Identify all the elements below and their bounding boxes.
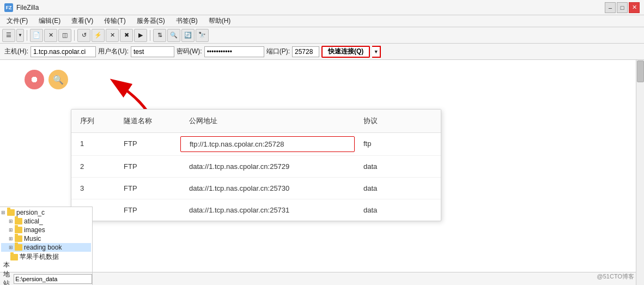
close-button[interactable]: ✕ (629, 2, 640, 13)
tree-item-music[interactable]: ⊞ Music (1, 234, 91, 243)
tree-item-atical[interactable]: ⊞ atical_ (1, 217, 91, 226)
tree-item-label: 苹果手机数据 (20, 252, 59, 262)
table-row: 3 FTP data://1.tcp.nas.cpolar.cn:25730 d… (71, 178, 441, 199)
col-seq: 序列 (71, 114, 115, 128)
menu-view[interactable]: 查看(V) (67, 15, 98, 27)
main-scrollbar[interactable] (636, 60, 644, 285)
row3-protocol: data (355, 181, 431, 196)
toolbar: ☰ ▼ 📄 ✕ ◫ ↺ ⚡ ✕ ✖ ▶ ⇅ 🔍 🔄 🔭 (0, 27, 644, 44)
row4-protocol: data (355, 203, 431, 217)
row2-seq: 2 (71, 159, 115, 174)
app-title: FileZilla (16, 4, 39, 11)
menu-server[interactable]: 服务器(S) (132, 15, 169, 27)
annotation-record-icon: ⏺ (25, 70, 44, 89)
tree-item-apple[interactable]: 苹果手机数据 (1, 252, 91, 262)
port-input[interactable] (292, 46, 319, 57)
menu-bookmark[interactable]: 书签(B) (172, 15, 202, 27)
col-address: 公网地址 (180, 114, 355, 128)
expand-icon[interactable]: ⊞ (9, 227, 13, 233)
tree-item-label: reading book (24, 244, 62, 251)
filter-button[interactable]: ⇅ (153, 29, 166, 42)
tree-item-label: Music (24, 235, 41, 242)
watermark: @51CTO博客 (597, 272, 634, 281)
local-site-input[interactable] (14, 274, 92, 284)
search-remote-button[interactable]: 🔍 (167, 29, 180, 42)
port-label: 端口(P): (266, 47, 290, 56)
menu-edit[interactable]: 编辑(E) (34, 15, 65, 27)
minimize-button[interactable]: – (605, 2, 616, 13)
disconnect-button[interactable]: ⚡ (92, 29, 105, 42)
local-site-label: 本地站点: (3, 260, 11, 286)
row3-seq: 3 (71, 181, 115, 196)
pass-input[interactable] (204, 46, 264, 57)
site-manager-button[interactable]: ☰ (2, 29, 15, 42)
toolbar-separator-1 (27, 30, 27, 41)
row2-protocol: data (355, 159, 431, 174)
folder-icon (10, 254, 18, 260)
host-label: 主机(H): (4, 47, 28, 56)
annotation-search-icon: 🔍 (48, 70, 68, 89)
folder-icon (15, 244, 22, 251)
cancel-queue-button[interactable]: ✖ (120, 29, 133, 42)
folder-icon (15, 227, 22, 233)
folder-icon (15, 235, 22, 242)
row1-seq: 1 (71, 136, 115, 152)
toggle-layout-button[interactable]: ◫ (58, 29, 71, 42)
compare-button[interactable]: 🔭 (196, 29, 209, 42)
new-tab-button[interactable]: 📄 (30, 29, 43, 42)
tree-item-reading-book[interactable]: ⊞ reading book (1, 243, 91, 252)
table-row: 1 FTP ftp://1.tcp.nas.cpolar.cn:25728 ft… (71, 133, 441, 156)
row4-address: data://1.tcp.nas.cpolar.cn:25731 (180, 203, 355, 217)
site-manager-dropdown[interactable]: ▼ (16, 29, 24, 42)
scrollbar-thumb[interactable] (637, 60, 644, 82)
tree-item-persion[interactable]: ⊞ persion_c (1, 208, 91, 217)
status-bar (93, 272, 636, 285)
local-site-bar: 本地站点: (0, 272, 93, 285)
expand-icon[interactable]: ⊞ (9, 245, 13, 250)
expand-icon[interactable]: ⊞ (9, 236, 13, 241)
app-icon: FZ (4, 3, 13, 12)
toolbar-separator-2 (74, 30, 75, 41)
folder-icon (15, 218, 22, 225)
user-input[interactable] (131, 46, 174, 57)
row1-protocol: ftp (355, 136, 431, 152)
annotation-icons: ⏺ 🔍 (25, 70, 68, 89)
table-row: 2 FTP data://1.tcp.nas.cpolar.cn:25729 d… (71, 156, 441, 178)
tree-item-label: images (24, 226, 45, 234)
row1-tunnel: FTP (115, 136, 180, 152)
col-protocol: 协议 (355, 114, 431, 128)
row4-tunnel: FTP (115, 203, 180, 217)
tree-item-label: persion_c (16, 209, 45, 216)
folder-icon (7, 209, 15, 216)
menu-help[interactable]: 帮助(H) (204, 15, 235, 27)
maximize-button[interactable]: □ (617, 2, 628, 13)
host-input[interactable] (31, 46, 96, 57)
expand-icon[interactable]: ⊞ (1, 210, 5, 215)
tree-item-label: atical_ (24, 217, 43, 225)
toolbar-separator-3 (150, 30, 150, 41)
expand-icon[interactable]: ⊞ (9, 219, 13, 224)
pass-label: 密码(W): (177, 47, 202, 56)
quick-connect-button[interactable]: 快速连接(Q) (321, 46, 370, 58)
col-tunnel: 隧道名称 (115, 114, 180, 128)
cancel-button[interactable]: ✕ (106, 29, 119, 42)
menu-transfer[interactable]: 传输(T) (100, 15, 130, 27)
quick-connect-dropdown[interactable]: ▼ (372, 46, 381, 58)
row1-address: ftp://1.tcp.nas.cpolar.cn:25728 (180, 136, 355, 152)
tree-item-images[interactable]: ⊞ images (1, 226, 91, 234)
user-label: 用户名(U): (98, 47, 129, 56)
sync-button[interactable]: 🔄 (181, 29, 195, 42)
table-row: 4 FTP data://1.tcp.nas.cpolar.cn:25731 d… (71, 199, 441, 221)
row2-tunnel: FTP (115, 159, 180, 174)
close-tab-button[interactable]: ✕ (44, 29, 57, 42)
row3-tunnel: FTP (115, 181, 180, 196)
main-area: ⏺ 🔍 序列 隧道名称 公网地址 协议 1 FTP ftp://1.tcp.na… (0, 60, 644, 285)
reconnect-button[interactable]: ↺ (77, 29, 90, 42)
file-tree: ⊞ persion_c ⊞ atical_ ⊞ images ⊞ Music ⊞… (0, 207, 93, 272)
table-header: 序列 隧道名称 公网地址 协议 (71, 110, 441, 133)
connect-bar: 主机(H): 用户名(U): 密码(W): 端口(P): 快速连接(Q) ▼ (0, 44, 644, 60)
process-queue-button[interactable]: ▶ (134, 29, 147, 42)
menu-file[interactable]: 文件(F) (2, 15, 32, 27)
title-bar: FZ FileZilla – □ ✕ (0, 0, 644, 15)
tunnel-table: 序列 隧道名称 公网地址 协议 1 FTP ftp://1.tcp.nas.cp… (71, 109, 441, 221)
